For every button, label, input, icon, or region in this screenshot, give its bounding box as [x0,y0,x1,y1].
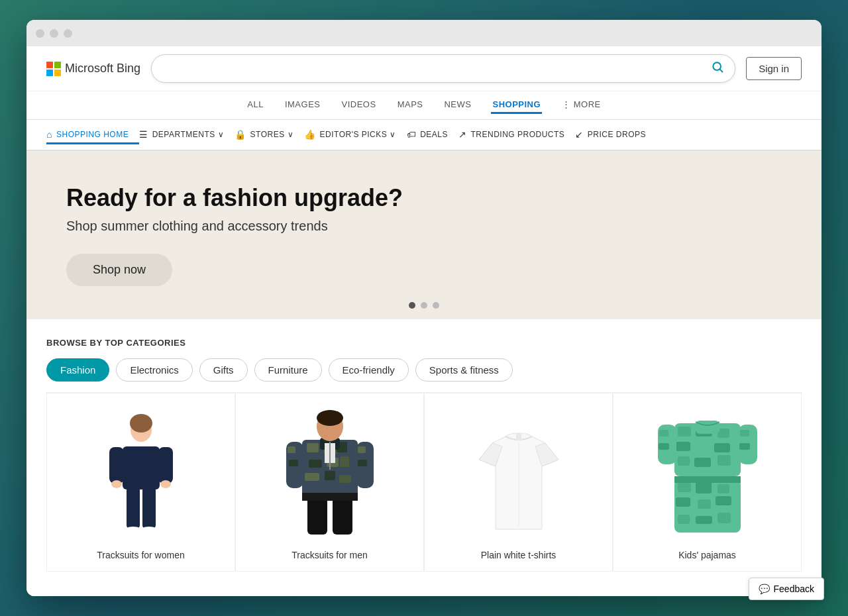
nav-trending-label: TRENDING PRODUCTS [470,130,564,139]
category-gifts[interactable]: Gifts [199,358,248,382]
svg-rect-20 [305,473,319,481]
price-drops-icon: ↙ [575,129,584,140]
banner-dot-3[interactable] [433,302,439,309]
categories-pills: Fashion Electronics Gifts Furniture Eco-… [46,358,802,382]
browser-titlebar [26,20,822,46]
category-eco-friendly[interactable]: Eco-friendly [329,358,409,382]
svg-rect-28 [302,493,358,501]
product-card-tracksuits-men[interactable]: Tracksuits for men [235,393,424,572]
svg-rect-64 [717,513,731,523]
banner-subtitle: Shop summer clothing and accessory trend… [66,219,782,234]
svg-rect-7 [127,486,140,529]
svg-point-12 [160,480,171,488]
svg-rect-8 [142,486,156,529]
product-card-tracksuits-women[interactable]: Tracksuits for women [46,393,235,572]
svg-rect-17 [309,460,322,468]
product-card-white-tshirts[interactable]: Plain white t-shirts [424,393,613,572]
nav-shopping-home-label: SHOPPING HOME [56,130,129,139]
nav-stores[interactable]: 🔒 STORES ∨ [235,127,304,144]
traffic-light-maximize[interactable] [64,29,72,38]
svg-rect-45 [678,456,690,466]
svg-rect-63 [696,516,712,524]
browser-window: Microsoft Bing Sign in ALL IMAGES VIDEOS… [26,20,822,596]
product-image-white-tshirts [435,407,602,539]
banner-title: Ready for a fashion upgrade? [66,184,782,212]
home-icon: ⌂ [46,129,52,140]
svg-rect-4 [123,446,160,489]
svg-line-1 [720,70,723,72]
product-label-tracksuits-women: Tracksuits for women [97,550,185,560]
departments-icon: ☰ [139,129,148,140]
category-electronics[interactable]: Electronics [116,358,192,382]
deals-icon: 🏷 [407,129,417,140]
svg-rect-53 [740,430,749,436]
svg-point-11 [111,480,122,488]
banner-dots [409,302,439,309]
browser-content: Microsoft Bing Sign in ALL IMAGES VIDEOS… [26,46,822,596]
search-bar[interactable] [151,54,735,83]
svg-rect-59 [676,497,690,507]
svg-rect-50 [659,430,668,436]
category-furniture[interactable]: Furniture [254,358,322,382]
banner-dot-2[interactable] [421,302,427,309]
svg-point-10 [140,527,158,535]
svg-rect-54 [739,443,750,450]
svg-rect-35 [358,446,366,453]
tab-all[interactable]: ALL [246,97,265,114]
svg-rect-5 [109,447,124,484]
categories-label: BROWSE BY TOP CATEGORIES [46,338,802,348]
signin-button[interactable]: Sign in [746,57,802,80]
tab-more[interactable]: ⋮ MORE [560,97,602,114]
svg-rect-58 [717,484,729,493]
nav-shopping-home[interactable]: ⌂ SHOPPING HOME [46,127,139,144]
tab-shopping[interactable]: SHOPPING [491,97,542,114]
traffic-light-minimize[interactable] [50,29,58,38]
svg-rect-46 [694,458,711,467]
logo: Microsoft Bing [46,62,140,76]
svg-rect-21 [325,471,335,480]
tab-maps[interactable]: MAPS [396,97,425,114]
search-button[interactable] [711,60,724,77]
category-sports-fitness[interactable]: Sports & fitness [415,358,513,382]
svg-rect-37 [516,434,521,440]
svg-rect-65 [674,476,741,483]
nav-departments-label: DEPARTMENTS ∨ [152,130,224,139]
category-fashion[interactable]: Fashion [46,358,109,382]
stores-icon: 🔒 [235,129,246,140]
product-label-white-tshirts: Plain white t-shirts [481,550,556,560]
svg-rect-22 [339,475,351,483]
banner-dot-1[interactable] [409,302,415,309]
tab-videos[interactable]: VIDEOS [341,97,378,114]
tab-news[interactable]: NEWS [443,97,472,114]
traffic-light-close[interactable] [36,29,44,38]
svg-rect-57 [696,482,712,493]
tab-images[interactable]: IMAGES [284,97,322,114]
nav-price-drops[interactable]: ↙ PRICE DROPS [575,127,657,144]
nav-departments[interactable]: ☰ DEPARTMENTS ∨ [139,127,235,144]
svg-rect-56 [678,483,691,492]
svg-rect-62 [678,515,690,524]
trending-icon: ↗ [458,129,467,140]
product-label-kids-pajamas: Kids' pajamas [678,550,736,560]
nav-stores-label: STORES ∨ [250,130,293,139]
search-input[interactable] [162,63,711,75]
svg-rect-61 [716,496,731,505]
svg-rect-27 [333,496,352,535]
svg-rect-6 [158,447,173,484]
nav-trending[interactable]: ↗ TRENDING PRODUCTS [458,127,575,144]
nav-deals-label: DEALS [420,130,448,139]
feedback-icon: 💬 [759,584,770,594]
product-card-kids-pajamas[interactable]: Kids' pajamas [613,393,802,572]
nav-deals[interactable]: 🏷 DEALS [407,127,458,144]
feedback-button[interactable]: 💬 Feedback [749,578,824,600]
svg-point-3 [130,414,152,433]
nav-editors-picks[interactable]: 👍 EDITOR'S PICKS ∨ [304,127,407,144]
shop-now-button[interactable]: Shop now [66,254,172,286]
svg-rect-33 [289,460,298,466]
svg-rect-51 [659,443,669,450]
svg-rect-44 [714,443,730,452]
svg-rect-32 [288,446,295,453]
svg-rect-43 [696,440,709,452]
svg-rect-42 [676,442,690,451]
product-grid: Tracksuits for women [46,392,802,572]
